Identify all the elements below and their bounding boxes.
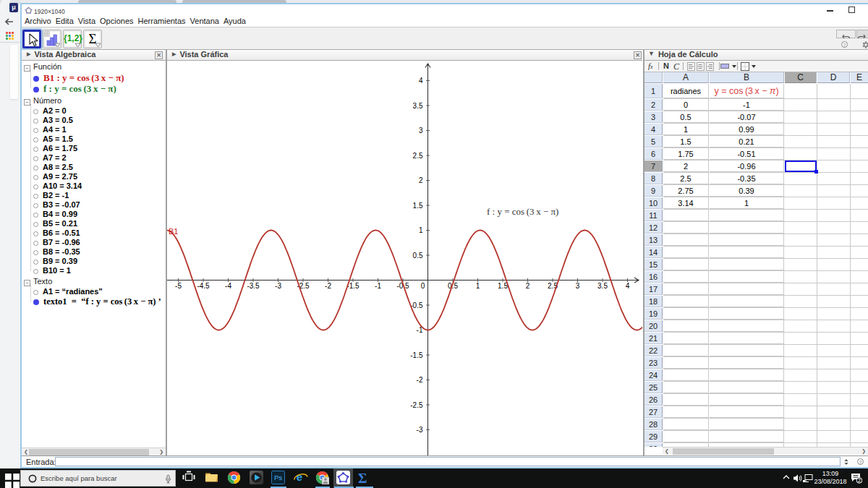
svg-text:0: 0 — [421, 282, 425, 290]
svg-text:e: e — [297, 471, 302, 484]
svg-text:-2: -2 — [325, 282, 331, 290]
svg-text:2: 2 — [526, 282, 530, 290]
svg-text:3.5: 3.5 — [413, 102, 423, 110]
svg-text:-2.5: -2.5 — [410, 401, 423, 409]
svg-text:-4: -4 — [225, 282, 231, 290]
svg-text:2: 2 — [419, 176, 423, 184]
svg-text:3: 3 — [419, 127, 423, 134]
svg-text:B1: B1 — [169, 227, 178, 236]
svg-text:3.5: 3.5 — [597, 282, 608, 290]
svg-text:-3: -3 — [275, 282, 281, 290]
svg-text:-5: -5 — [175, 282, 182, 290]
svg-text:1: 1 — [476, 282, 480, 290]
svg-text:3: 3 — [576, 282, 580, 290]
svg-text:-3: -3 — [417, 426, 423, 434]
svg-text:-4.5: -4.5 — [197, 282, 210, 290]
svg-text:4: 4 — [419, 77, 423, 85]
svg-text:1.5: 1.5 — [413, 202, 423, 210]
svg-text:1: 1 — [419, 226, 423, 234]
svg-text:Ps: Ps — [274, 474, 282, 481]
svg-text:-3.5: -3.5 — [247, 282, 260, 290]
svg-text:4: 4 — [626, 282, 630, 290]
svg-text:-2: -2 — [417, 376, 423, 384]
svg-text:-0.5: -0.5 — [410, 301, 423, 309]
svg-text:2: 2 — [858, 478, 861, 483]
svg-text:Σ: Σ — [358, 471, 367, 484]
svg-text:f : y = cos (3 x − π): f : y = cos (3 x − π) — [487, 206, 558, 217]
svg-text:-1: -1 — [375, 282, 381, 290]
svg-text:0.5: 0.5 — [413, 252, 423, 260]
svg-text:2.5: 2.5 — [413, 152, 423, 160]
svg-text:-1.5: -1.5 — [410, 351, 423, 359]
